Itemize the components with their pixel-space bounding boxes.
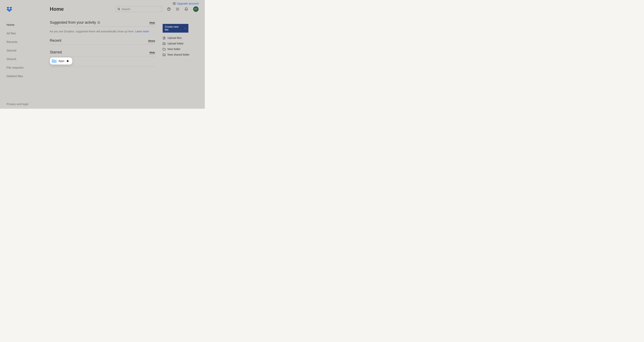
apps-grid-button[interactable]	[176, 7, 179, 11]
apps-grid-icon	[176, 8, 179, 11]
recent-section: Recent Show	[50, 39, 155, 45]
privacy-legal-link[interactable]: Privacy and legal	[6, 102, 28, 106]
svg-rect-12	[177, 10, 178, 11]
recent-title: Recent	[50, 39, 62, 43]
nav-starred[interactable]: Starred	[6, 49, 42, 52]
main-content: Upgrade account Home DT	[42, 0, 205, 109]
folder-plus-icon	[163, 53, 166, 56]
upload-folder-action[interactable]: Upload folder	[163, 42, 194, 45]
page-title: Home	[50, 6, 64, 12]
starred-section: Starred Hide Apps	[50, 50, 155, 67]
search-input[interactable]	[122, 8, 160, 11]
search-icon	[118, 8, 120, 11]
svg-point-16	[98, 22, 99, 22]
actions-panel: Create new file Upload files Upload fold…	[163, 20, 194, 67]
bell-icon	[184, 7, 188, 11]
upgrade-icon	[173, 2, 176, 5]
svg-point-1	[118, 8, 120, 10]
svg-rect-8	[176, 9, 177, 9]
svg-rect-6	[177, 8, 178, 9]
file-upload-icon	[163, 37, 166, 40]
folder-icon	[163, 48, 166, 51]
search-box[interactable]	[116, 6, 162, 12]
action-label: Upload folder	[168, 42, 184, 45]
suggested-title: Suggested from your activity	[50, 20, 96, 25]
upload-files-action[interactable]: Upload files	[163, 36, 194, 40]
suggested-description: As you use Dropbox, suggested items will…	[50, 30, 155, 33]
starred-item-name: Apps	[58, 60, 64, 63]
svg-rect-7	[178, 8, 179, 9]
svg-rect-11	[176, 10, 177, 11]
help-button[interactable]	[167, 7, 171, 11]
recent-show-button[interactable]: Show	[148, 39, 155, 43]
starred-hide-button[interactable]: Hide	[150, 51, 155, 54]
learn-more-link[interactable]: Learn more	[135, 30, 149, 33]
upgrade-account-link[interactable]: Upgrade account	[177, 2, 198, 5]
notifications-button[interactable]	[184, 7, 188, 11]
info-icon[interactable]	[98, 21, 100, 24]
suggested-section: Suggested from your activity Hide As you…	[50, 20, 155, 33]
chevron-down-icon	[184, 27, 186, 29]
starred-folder-apps[interactable]: Apps	[50, 58, 72, 65]
svg-rect-5	[176, 8, 177, 9]
sidebar: Home All files Recents Starred Shared Fi…	[0, 0, 42, 109]
dropbox-logo[interactable]	[6, 7, 12, 12]
svg-rect-10	[178, 9, 179, 9]
starred-title: Starred	[50, 50, 62, 54]
svg-line-2	[119, 10, 120, 10]
folder-upload-icon	[163, 42, 166, 45]
primary-nav: Home All files Recents Starred Shared Fi…	[0, 23, 42, 78]
nav-recents[interactable]: Recents	[6, 40, 42, 44]
star-icon[interactable]	[66, 60, 69, 63]
avatar[interactable]: DT	[193, 7, 198, 12]
help-icon	[167, 7, 171, 11]
nav-shared[interactable]: Shared	[6, 57, 42, 61]
action-label: New shared folder	[168, 53, 190, 56]
action-label: Upload files	[168, 36, 182, 40]
folder-icon	[52, 59, 56, 63]
create-new-file-button[interactable]: Create new file	[163, 24, 188, 33]
nav-all-files[interactable]: All files	[6, 32, 42, 35]
svg-rect-9	[177, 9, 178, 9]
nav-home[interactable]: Home	[6, 23, 42, 27]
action-label: New folder	[168, 48, 180, 51]
new-folder-action[interactable]: New folder	[163, 48, 194, 51]
nav-deleted-files[interactable]: Deleted files	[6, 74, 42, 78]
suggested-hide-button[interactable]: Hide	[150, 21, 155, 25]
nav-file-requests[interactable]: File requests	[6, 66, 42, 69]
new-shared-folder-action[interactable]: New shared folder	[163, 53, 194, 56]
svg-rect-13	[178, 10, 179, 11]
